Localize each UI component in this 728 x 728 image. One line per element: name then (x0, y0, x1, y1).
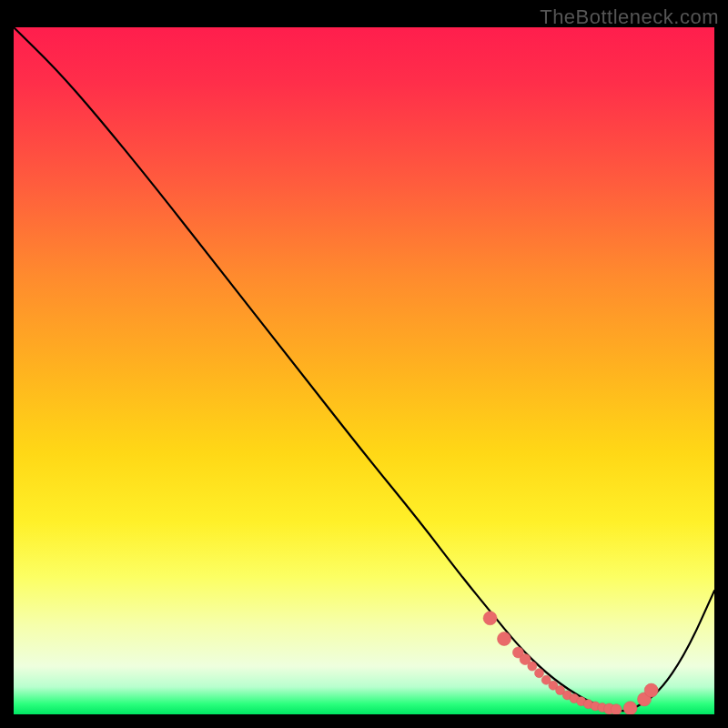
chart-frame: TheBottleneck.com (0, 0, 728, 728)
optimal-dot (623, 702, 637, 714)
optimal-dot (483, 612, 497, 625)
plot-area (14, 27, 714, 714)
optimal-dot (644, 683, 658, 697)
optimal-dot (611, 704, 622, 714)
watermark-text: TheBottleneck.com (540, 5, 719, 29)
optimal-dot (498, 632, 511, 646)
optimal-dot (528, 662, 537, 671)
bottleneck-curve (14, 27, 714, 711)
curve-overlay (14, 27, 714, 714)
optimal-dots-group (483, 612, 658, 714)
optimal-dot (535, 669, 544, 678)
